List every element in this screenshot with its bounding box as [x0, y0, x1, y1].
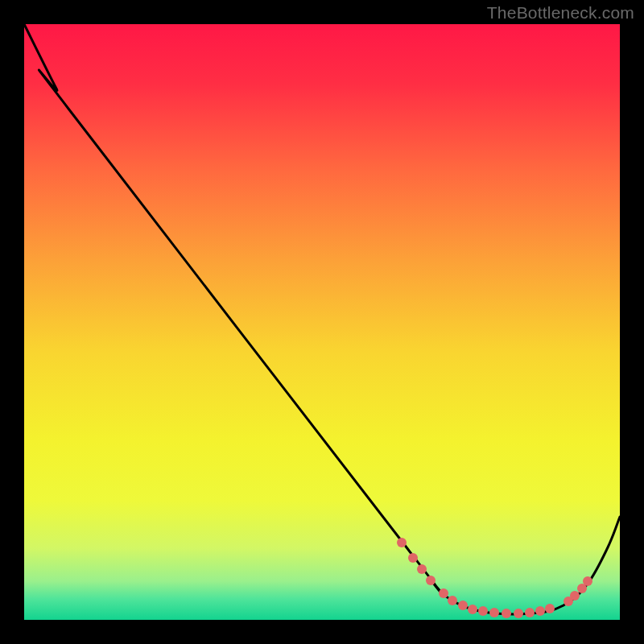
- curve-marker: [489, 608, 499, 617]
- watermark-text: TheBottleneck.com: [487, 3, 634, 23]
- curve-marker: [448, 596, 457, 605]
- curve-marker: [417, 564, 427, 574]
- plot-background: [24, 24, 620, 620]
- curve-marker: [426, 576, 436, 585]
- curve-marker: [502, 609, 511, 618]
- curve-marker: [458, 601, 468, 610]
- curve-marker: [397, 538, 407, 547]
- chart-stage: TheBottleneck.com: [0, 0, 644, 644]
- curve-marker: [525, 608, 535, 617]
- curve-marker: [545, 604, 555, 613]
- curve-marker: [570, 591, 580, 601]
- curve-marker: [468, 605, 477, 614]
- curve-marker: [583, 576, 592, 586]
- curve-marker: [439, 588, 448, 598]
- curve-marker: [408, 553, 418, 563]
- chart-svg: [0, 0, 644, 644]
- curve-marker: [514, 609, 523, 618]
- curve-marker: [478, 606, 488, 616]
- curve-marker: [535, 606, 545, 616]
